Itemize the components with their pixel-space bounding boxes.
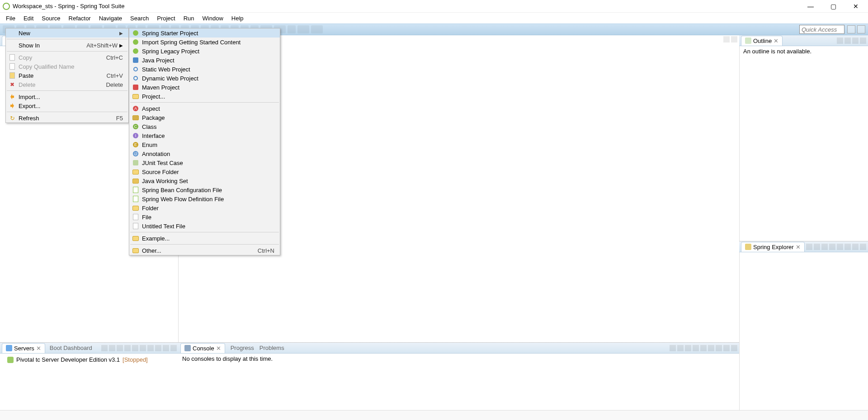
quick-access-input[interactable] (799, 25, 844, 34)
minimize-button[interactable]: ― (804, 3, 817, 10)
new-static-web[interactable]: Static Web Project (129, 65, 280, 74)
new-file[interactable]: File (129, 212, 280, 222)
refresh-icon[interactable] (814, 244, 820, 250)
new-aspect[interactable]: A Aspect (129, 104, 280, 113)
close-icon[interactable]: ✕ (36, 345, 41, 352)
server-clean-icon[interactable] (147, 345, 154, 351)
maximize-editor-icon[interactable] (731, 36, 737, 42)
minimize-view-icon[interactable] (723, 345, 730, 351)
new-java-project[interactable]: Java Project (129, 56, 280, 65)
server-item[interactable]: Pivotal tc Server Developer Edition v3.1… (4, 355, 175, 364)
console-tab[interactable]: Console ✕ (180, 343, 225, 353)
new-source-folder[interactable]: Source Folder (129, 167, 280, 176)
display-menu-icon[interactable] (685, 345, 691, 351)
back-icon[interactable] (288, 25, 296, 33)
maximize-button[interactable]: ▢ (826, 3, 840, 10)
new-package[interactable]: Package (129, 113, 280, 122)
new-bean-config[interactable]: Spring Bean Configuration File (129, 185, 280, 194)
menu-search[interactable]: Search (126, 14, 153, 23)
link-icon[interactable] (821, 244, 828, 250)
outline-tab[interactable]: Outline ✕ (741, 36, 783, 46)
new-folder[interactable]: Folder (129, 203, 280, 212)
server-stop-icon[interactable] (132, 345, 138, 351)
spring-perspective-icon[interactable] (857, 25, 865, 33)
new-untitled[interactable]: Untitled Text File (129, 222, 280, 231)
maximize-view-icon[interactable] (860, 244, 866, 250)
minimize-view-icon[interactable] (852, 38, 859, 44)
menu-edit[interactable]: Edit (19, 14, 38, 23)
new-class[interactable]: C Class (129, 122, 280, 131)
ctx-export[interactable]: Export... (6, 101, 128, 110)
maximize-view-icon[interactable] (170, 345, 177, 351)
server-profile-icon[interactable] (124, 345, 131, 351)
menu-project[interactable]: Project (153, 14, 179, 23)
boot-dashboard-tab[interactable]: Boot Dashboard (45, 344, 92, 351)
new-import-spring[interactable]: Import Spring Getting Started Content (129, 38, 280, 47)
new-junit[interactable]: JUnit Test Case (129, 158, 280, 167)
target-icon[interactable] (708, 345, 714, 351)
maven-icon (132, 84, 139, 91)
server-new-icon[interactable] (101, 345, 108, 351)
menu-file[interactable]: File (2, 14, 19, 23)
problems-title: Problems (259, 344, 284, 351)
maximize-view-icon[interactable] (860, 38, 866, 44)
server-debug-icon[interactable] (117, 345, 123, 351)
ctx-delete: ✖ DeleteDelete (6, 80, 128, 89)
servers-body[interactable]: Pivotal tc Server Developer Edition v3.1… (0, 354, 179, 410)
ctx-refresh[interactable]: ↻ RefreshF5 (6, 113, 128, 123)
server-start-icon[interactable] (109, 345, 115, 351)
spring-explorer-tab[interactable]: Spring Explorer ✕ (741, 242, 805, 252)
close-button[interactable]: ✕ (849, 3, 863, 10)
new-annotation[interactable]: @ Annotation (129, 149, 280, 158)
server-publish-icon[interactable] (140, 345, 146, 351)
sort-icon[interactable] (837, 244, 843, 250)
problems-tab[interactable]: Problems (254, 344, 284, 351)
filter-icon[interactable] (829, 244, 835, 250)
display-select-icon[interactable] (677, 345, 684, 351)
ctx-show-in[interactable]: Show InAlt+Shift+W▶ (6, 41, 128, 50)
progress-tab[interactable]: Progress (225, 344, 254, 351)
pin-console-icon[interactable] (670, 345, 676, 351)
new-console-icon[interactable] (693, 345, 699, 351)
ctx-new[interactable]: New▶ (6, 28, 128, 38)
view-menu-icon[interactable] (844, 244, 851, 250)
menu-window[interactable]: Window (198, 14, 227, 23)
new-enum[interactable]: E Enum (129, 140, 280, 149)
close-icon[interactable]: ✕ (796, 244, 801, 250)
minimize-view-icon[interactable] (163, 345, 169, 351)
new-dynamic-web[interactable]: Dynamic Web Project (129, 74, 280, 83)
spring-explorer-body[interactable] (739, 252, 868, 410)
pin-icon[interactable] (700, 345, 707, 351)
view-menu-icon[interactable] (844, 38, 851, 44)
new-interface[interactable]: I Interface (129, 131, 280, 140)
menu-source[interactable]: Source (38, 14, 64, 23)
new-working-set[interactable]: Java Working Set (129, 176, 280, 185)
minimize-view-icon[interactable] (852, 244, 859, 250)
new-spring-starter[interactable]: Spring Starter Project (129, 28, 280, 38)
new-project[interactable]: Project... (129, 92, 280, 101)
outline-focus-icon[interactable] (837, 38, 843, 44)
new-example[interactable]: Example... (129, 234, 280, 243)
collapse-icon[interactable] (806, 244, 812, 250)
export-icon (9, 102, 16, 109)
ctx-paste[interactable]: PasteCtrl+V (6, 71, 128, 80)
maximize-view-icon[interactable] (731, 345, 737, 351)
history-back-icon[interactable] (297, 25, 309, 33)
minimize-editor-icon[interactable] (723, 36, 730, 42)
new-other[interactable]: Other...Ctrl+N (129, 246, 280, 255)
open-perspective-icon[interactable] (847, 25, 855, 33)
annotation-icon[interactable] (716, 345, 722, 351)
menu-run[interactable]: Run (179, 14, 198, 23)
close-icon[interactable]: ✕ (774, 38, 778, 44)
new-maven-project[interactable]: Maven Project (129, 83, 280, 92)
new-spring-legacy[interactable]: Spring Legacy Project (129, 47, 280, 56)
view-menu-icon[interactable] (155, 345, 161, 351)
servers-tab[interactable]: Servers ✕ (2, 343, 45, 353)
close-icon[interactable]: ✕ (216, 345, 221, 352)
menu-navigate[interactable]: Navigate (95, 14, 126, 23)
new-webflow[interactable]: Spring Web Flow Definition File (129, 194, 280, 203)
menu-refactor[interactable]: Refactor (65, 14, 95, 23)
history-forward-icon[interactable] (311, 25, 323, 33)
menu-help[interactable]: Help (227, 14, 248, 23)
ctx-import[interactable]: Import... (6, 92, 128, 101)
